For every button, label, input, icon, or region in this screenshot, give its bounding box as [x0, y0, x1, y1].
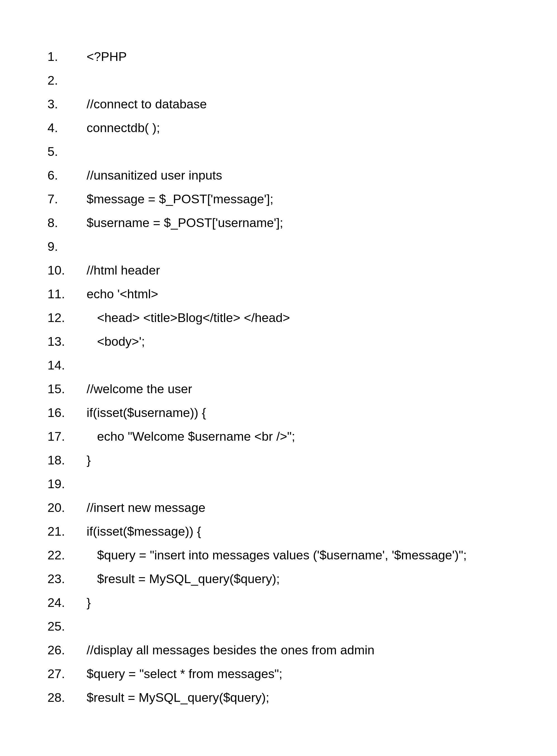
code-line: 5.: [48, 140, 467, 163]
code-line: 22. $query = "insert into messages value…: [48, 543, 467, 567]
code-line: 1. <?PHP: [48, 45, 467, 68]
line-code: //insert new message: [87, 496, 467, 519]
line-code: //connect to database: [87, 92, 467, 116]
line-code: connectdb( );: [87, 116, 467, 140]
code-line: 25.: [48, 614, 467, 638]
line-code: <body>';: [87, 330, 467, 353]
line-code: //unsanitized user inputs: [87, 163, 467, 187]
code-line: 15. //welcome the user: [48, 377, 467, 401]
line-number: 14.: [48, 353, 87, 377]
line-number: 12.: [48, 306, 87, 330]
code-line: 20. //insert new message: [48, 496, 467, 519]
line-number: 2.: [48, 68, 87, 92]
code-line: 27. $query = "select * from messages";: [48, 662, 467, 686]
line-code: [87, 68, 467, 92]
line-number: 1.: [48, 45, 87, 68]
line-code: [87, 140, 467, 163]
line-code: //welcome the user: [87, 377, 467, 401]
line-number: 13.: [48, 330, 87, 353]
line-number: 23.: [48, 567, 87, 591]
line-number: 5.: [48, 140, 87, 163]
line-code: [87, 472, 467, 496]
code-line: 24. }: [48, 591, 467, 614]
line-code: }: [87, 591, 467, 614]
code-line: 16. if(isset($username)) {: [48, 401, 467, 424]
code-line: 26. //display all messages besides the o…: [48, 638, 467, 662]
line-number: 27.: [48, 662, 87, 686]
line-code: //html header: [87, 258, 467, 282]
line-number: 11.: [48, 282, 87, 306]
code-line: 10. //html header: [48, 258, 467, 282]
line-code: $result = MySQL_query($query);: [87, 567, 467, 591]
code-line: 17. echo "Welcome $username <br />";: [48, 424, 467, 448]
line-code: $message = $_POST['message'];: [87, 187, 467, 211]
line-code: $query = "select * from messages";: [87, 662, 467, 686]
code-line: 21. if(isset($message)) {: [48, 519, 467, 543]
code-line: 6. //unsanitized user inputs: [48, 163, 467, 187]
line-code: $result = MySQL_query($query);: [87, 686, 467, 709]
line-number: 3.: [48, 92, 87, 116]
code-line: 14.: [48, 353, 467, 377]
code-line: 9.: [48, 235, 467, 258]
line-code: }: [87, 448, 467, 472]
line-code: $query = "insert into messages values ('…: [87, 543, 467, 567]
line-number: 16.: [48, 401, 87, 424]
line-code: echo "Welcome $username <br />";: [87, 424, 467, 448]
line-code: [87, 614, 467, 638]
line-code: echo '<html>: [87, 282, 467, 306]
line-number: 8.: [48, 211, 87, 235]
line-number: 19.: [48, 472, 87, 496]
line-code: if(isset($username)) {: [87, 401, 467, 424]
line-number: 20.: [48, 496, 87, 519]
line-number: 6.: [48, 163, 87, 187]
line-number: 25.: [48, 614, 87, 638]
line-number: 7.: [48, 187, 87, 211]
code-line: 7. $message = $_POST['message'];: [48, 187, 467, 211]
code-line: 18. }: [48, 448, 467, 472]
code-line: 23. $result = MySQL_query($query);: [48, 567, 467, 591]
line-number: 9.: [48, 235, 87, 258]
line-number: 22.: [48, 543, 87, 567]
line-number: 15.: [48, 377, 87, 401]
line-number: 26.: [48, 638, 87, 662]
line-code: [87, 235, 467, 258]
line-number: 28.: [48, 686, 87, 709]
code-line: 19.: [48, 472, 467, 496]
code-line: 11. echo '<html>: [48, 282, 467, 306]
line-code: <head> <title>Blog</title> </head>: [87, 306, 467, 330]
line-code: $username = $_POST['username'];: [87, 211, 467, 235]
line-code: [87, 353, 467, 377]
line-code: <?PHP: [87, 45, 467, 68]
line-code: //display all messages besides the ones …: [87, 638, 467, 662]
code-line: 28. $result = MySQL_query($query);: [48, 686, 467, 709]
code-line: 13. <body>';: [48, 330, 467, 353]
line-number: 4.: [48, 116, 87, 140]
line-code: if(isset($message)) {: [87, 519, 467, 543]
code-line: 8. $username = $_POST['username'];: [48, 211, 467, 235]
line-number: 18.: [48, 448, 87, 472]
code-line: 3. //connect to database: [48, 92, 467, 116]
code-line: 2.: [48, 68, 467, 92]
code-listing: 1. <?PHP 2. 3. //connect to database 4. …: [48, 45, 467, 709]
code-line: 12. <head> <title>Blog</title> </head>: [48, 306, 467, 330]
line-number: 10.: [48, 258, 87, 282]
line-number: 24.: [48, 591, 87, 614]
line-number: 21.: [48, 519, 87, 543]
code-line: 4. connectdb( );: [48, 116, 467, 140]
line-number: 17.: [48, 424, 87, 448]
